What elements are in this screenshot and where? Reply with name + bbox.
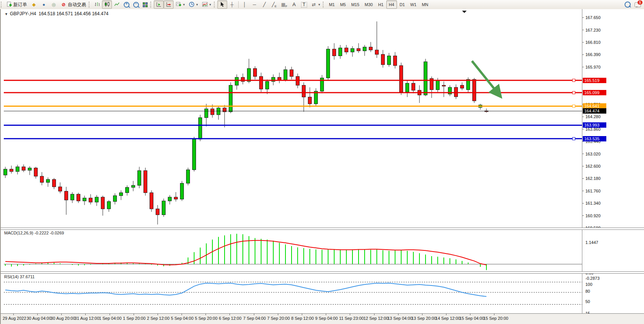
bull-candle[interactable]: [187, 170, 190, 183]
indicators-button[interactable]: ▾: [200, 0, 213, 9]
bear-candle[interactable]: [473, 79, 476, 101]
bull-candle[interactable]: [126, 188, 129, 193]
chart-shift-button[interactable]: [164, 0, 174, 9]
metaeditor-button[interactable]: ◆: [29, 0, 39, 9]
bull-candle[interactable]: [467, 79, 470, 90]
bull-candle[interactable]: [28, 168, 32, 170]
zoom-out-button[interactable]: −: [131, 0, 141, 9]
bull-candle[interactable]: [363, 47, 367, 51]
bear-candle[interactable]: [412, 83, 415, 90]
bear-candle[interactable]: [381, 55, 385, 65]
chart-window[interactable]: ▼GBPJPY-,H4 164.518 164.571 164.456 164.…: [0, 9, 644, 324]
panel-separator[interactable]: [1, 228, 644, 230]
timeframe-button-mn[interactable]: MN: [419, 0, 431, 9]
label-tool-button[interactable]: T: [299, 0, 309, 9]
zoom-in-button[interactable]: +: [122, 0, 131, 9]
bull-candle[interactable]: [138, 171, 141, 186]
bull-candle[interactable]: [95, 197, 99, 202]
bull-candle[interactable]: [266, 82, 269, 89]
bull-candle[interactable]: [235, 77, 239, 85]
bull-candle[interactable]: [16, 167, 19, 172]
bear-candle[interactable]: [345, 48, 348, 52]
bull-candle[interactable]: [46, 180, 50, 183]
toolbar-grip[interactable]: [1, 2, 3, 8]
community-button[interactable]: ●: [39, 0, 49, 9]
bull-candle[interactable]: [4, 169, 7, 175]
line-handle[interactable]: [572, 137, 575, 140]
bull-candle[interactable]: [199, 118, 202, 139]
auto-scroll-button[interactable]: [154, 0, 164, 9]
bear-candle[interactable]: [461, 85, 464, 88]
bear-candle[interactable]: [40, 176, 44, 182]
timeframe-button-m5[interactable]: M5: [337, 0, 348, 9]
timeframe-button-h1[interactable]: H1: [376, 0, 386, 9]
autotrading-button[interactable]: ⊘ 自动交易: [59, 0, 88, 9]
bull-candle[interactable]: [120, 193, 123, 196]
bear-candle[interactable]: [357, 48, 360, 51]
bear-candle[interactable]: [144, 171, 147, 193]
channel-tool-button[interactable]: ╱E: [269, 0, 279, 9]
toolbar-grip[interactable]: [89, 2, 91, 8]
trendline-tool-button[interactable]: ╱: [260, 0, 269, 9]
timeframe-button-w1[interactable]: W1: [408, 0, 419, 9]
bull-candle[interactable]: [193, 139, 196, 170]
chart-plot[interactable]: [1, 9, 644, 324]
bear-candle[interactable]: [290, 70, 293, 77]
bear-candle[interactable]: [400, 66, 403, 92]
crosshair-tool-button[interactable]: ┼: [227, 0, 237, 9]
time-axis-scale[interactable]: 29 Aug 202230 Aug 04:0030 Aug 20:0031 Au…: [1, 313, 644, 324]
bear-candle[interactable]: [454, 87, 458, 97]
bull-candle[interactable]: [436, 80, 440, 90]
bull-candle[interactable]: [339, 48, 342, 56]
bear-candle[interactable]: [59, 187, 62, 191]
bull-candle[interactable]: [132, 185, 135, 187]
bull-candle[interactable]: [217, 108, 220, 115]
toolbar-grip[interactable]: [214, 2, 217, 8]
bear-candle[interactable]: [22, 167, 26, 170]
bull-candle[interactable]: [284, 70, 287, 80]
chart-shift-marker[interactable]: [462, 11, 467, 13]
new-order-button[interactable]: 新订单: [4, 0, 29, 9]
bear-candle[interactable]: [10, 169, 13, 172]
bull-candle[interactable]: [162, 201, 166, 215]
timeframe-button-m15[interactable]: M15: [349, 0, 362, 9]
bull-candle[interactable]: [406, 83, 409, 92]
bull-candle[interactable]: [247, 69, 251, 82]
bull-candle[interactable]: [229, 85, 233, 112]
bear-candle[interactable]: [260, 77, 263, 89]
line-handle[interactable]: [572, 105, 575, 107]
bar-chart-type-button[interactable]: [92, 0, 102, 9]
new-chart-button[interactable]: ▾: [174, 0, 187, 9]
line-handle[interactable]: [572, 79, 575, 82]
fibonacci-tool-button[interactable]: ▦F: [279, 0, 289, 9]
bull-candle[interactable]: [351, 48, 354, 52]
bear-candle[interactable]: [174, 197, 178, 199]
text-tool-button[interactable]: A: [289, 0, 299, 9]
bear-candle[interactable]: [394, 56, 397, 66]
bear-candle[interactable]: [253, 69, 257, 77]
panel-separator[interactable]: [1, 271, 644, 274]
bull-candle[interactable]: [168, 197, 172, 201]
bear-candle[interactable]: [77, 194, 80, 201]
bull-candle[interactable]: [205, 109, 208, 117]
timeframe-button-m30[interactable]: M30: [362, 0, 375, 9]
chat-icon[interactable]: 1: [634, 2, 641, 7]
timeframe-button-m1[interactable]: M1: [326, 0, 337, 9]
bear-candle[interactable]: [333, 49, 336, 56]
timeframe-button-d1[interactable]: D1: [397, 0, 408, 9]
arrows-tool-button[interactable]: ⇄ ▾: [309, 0, 322, 9]
bear-candle[interactable]: [302, 85, 306, 97]
vertical-line-tool-button[interactable]: │: [240, 0, 250, 9]
toolbar-grip[interactable]: [150, 2, 153, 8]
bear-candle[interactable]: [308, 97, 312, 104]
bear-candle[interactable]: [101, 197, 105, 209]
bull-candle[interactable]: [424, 62, 427, 95]
timeframe-button-h4[interactable]: H4: [386, 0, 397, 9]
bear-candle[interactable]: [369, 47, 373, 50]
trend-arrow[interactable]: [472, 61, 500, 96]
bull-candle[interactable]: [107, 202, 111, 209]
bear-candle[interactable]: [442, 85, 446, 86]
chart-expander-icon[interactable]: ▼: [5, 12, 8, 16]
bear-candle[interactable]: [65, 191, 68, 200]
toolbar-grip[interactable]: [323, 2, 325, 8]
